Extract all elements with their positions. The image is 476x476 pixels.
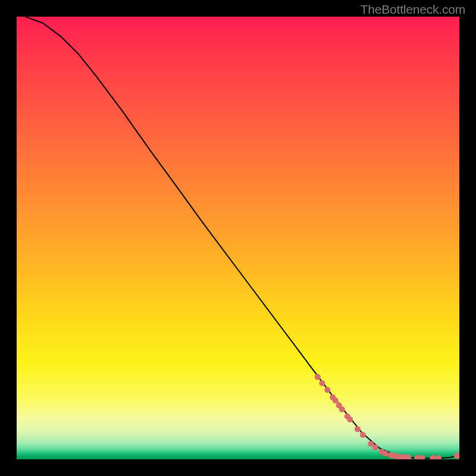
data-dot [324, 387, 330, 393]
chart-overlay [17, 17, 459, 459]
data-dot [347, 416, 353, 422]
data-dot [333, 397, 339, 403]
dots-group [315, 374, 459, 459]
bottleneck-curve [26, 17, 457, 458]
data-dot [419, 455, 425, 459]
data-dot [372, 444, 378, 450]
data-dot [315, 374, 321, 380]
data-dot [454, 452, 459, 459]
data-dot [339, 406, 345, 412]
chart-container: TheBottleneck.com [0, 0, 476, 476]
data-dot [383, 450, 389, 456]
data-dot [355, 426, 361, 432]
plot-area [17, 17, 459, 459]
data-dot [430, 455, 436, 459]
attribution-label: TheBottleneck.com [361, 2, 465, 17]
data-dot [436, 455, 441, 459]
data-dot [360, 432, 366, 438]
data-dot [319, 380, 325, 386]
